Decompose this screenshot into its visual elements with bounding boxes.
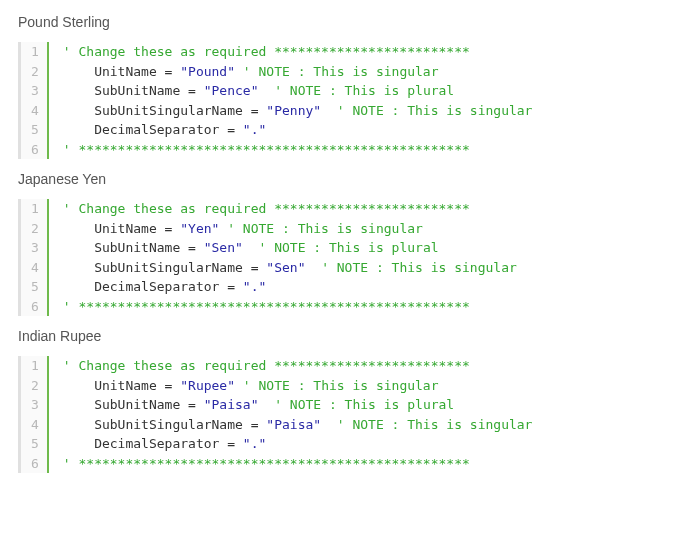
line-number: 3 [31, 395, 39, 415]
token-string: "Sen" [266, 260, 321, 275]
token-op: = [251, 260, 267, 275]
token-string: "." [243, 122, 266, 137]
code-section: Japanese Yen123456' Change these as requ… [18, 171, 656, 316]
code-line: SubUnitName = "Sen" ' NOTE : This is plu… [63, 238, 517, 258]
line-number: 2 [31, 219, 39, 239]
token-string: "Paisa" [266, 417, 336, 432]
token-identifier: SubUnitSingularName [63, 260, 251, 275]
token-comment: ' NOTE : This is singular [227, 221, 423, 236]
token-comment: ' NOTE : This is singular [243, 378, 439, 393]
code-line: SubUnitSingularName = "Penny" ' NOTE : T… [63, 101, 533, 121]
token-op: = [165, 378, 181, 393]
token-op: = [227, 279, 243, 294]
token-op: = [188, 240, 204, 255]
code-line: DecimalSeparator = "." [63, 120, 533, 140]
line-number: 4 [31, 258, 39, 278]
line-number-gutter: 123456 [21, 42, 49, 159]
code-line: SubUnitSingularName = "Sen" ' NOTE : Thi… [63, 258, 517, 278]
token-comment: ' NOTE : This is singular [337, 103, 533, 118]
line-number-gutter: 123456 [21, 199, 49, 316]
line-number: 6 [31, 140, 39, 160]
code-section: Pound Sterling123456' Change these as re… [18, 14, 656, 159]
line-number: 6 [31, 297, 39, 317]
token-comment: ' **************************************… [63, 456, 470, 471]
token-comment: ' NOTE : This is singular [321, 260, 517, 275]
line-number: 4 [31, 415, 39, 435]
code-block: 123456' Change these as required *******… [18, 42, 656, 159]
token-comment: ' NOTE : This is plural [259, 240, 439, 255]
code-line: UnitName = "Yen" ' NOTE : This is singul… [63, 219, 517, 239]
token-identifier: UnitName [63, 64, 165, 79]
token-string: "Sen" [204, 240, 259, 255]
token-op: = [251, 103, 267, 118]
line-number: 2 [31, 62, 39, 82]
token-comment: ' Change these as required *************… [63, 201, 470, 216]
token-string: "Paisa" [204, 397, 274, 412]
token-identifier: SubUnitName [63, 83, 188, 98]
token-comment: ' NOTE : This is plural [274, 397, 454, 412]
line-number: 5 [31, 277, 39, 297]
token-op: = [165, 64, 181, 79]
code-line: UnitName = "Rupee" ' NOTE : This is sing… [63, 376, 533, 396]
token-op: = [227, 122, 243, 137]
line-number: 1 [31, 356, 39, 376]
token-identifier: DecimalSeparator [63, 279, 227, 294]
token-string: "Pence" [204, 83, 274, 98]
token-comment: ' NOTE : This is plural [274, 83, 454, 98]
token-identifier: SubUnitSingularName [63, 103, 251, 118]
code-line: ' **************************************… [63, 454, 533, 474]
token-comment: ' Change these as required *************… [63, 44, 470, 59]
section-title: Indian Rupee [18, 328, 656, 344]
token-identifier: SubUnitSingularName [63, 417, 251, 432]
line-number: 5 [31, 434, 39, 454]
code-line: ' **************************************… [63, 140, 533, 160]
code-block: 123456' Change these as required *******… [18, 356, 656, 473]
line-number: 1 [31, 42, 39, 62]
code-line: SubUnitName = "Paisa" ' NOTE : This is p… [63, 395, 533, 415]
line-number: 2 [31, 376, 39, 396]
line-number: 4 [31, 101, 39, 121]
token-string: "." [243, 279, 266, 294]
code-line: ' Change these as required *************… [63, 42, 533, 62]
line-number: 3 [31, 238, 39, 258]
code-block: 123456' Change these as required *******… [18, 199, 656, 316]
line-number: 1 [31, 199, 39, 219]
code-line: ' **************************************… [63, 297, 517, 317]
code-line: SubUnitName = "Pence" ' NOTE : This is p… [63, 81, 533, 101]
code-line: DecimalSeparator = "." [63, 434, 533, 454]
token-string: "Penny" [266, 103, 336, 118]
token-op: = [188, 83, 204, 98]
token-identifier: SubUnitName [63, 240, 188, 255]
code-line: UnitName = "Pound" ' NOTE : This is sing… [63, 62, 533, 82]
token-comment: ' NOTE : This is singular [243, 64, 439, 79]
token-comment: ' **************************************… [63, 142, 470, 157]
code-content: ' Change these as required *************… [49, 356, 533, 473]
token-string: "Yen" [180, 221, 227, 236]
token-op: = [227, 436, 243, 451]
token-op: = [188, 397, 204, 412]
code-content: ' Change these as required *************… [49, 199, 517, 316]
line-number-gutter: 123456 [21, 356, 49, 473]
token-string: "Pound" [180, 64, 243, 79]
token-op: = [165, 221, 181, 236]
token-identifier: UnitName [63, 221, 165, 236]
token-identifier: SubUnitName [63, 397, 188, 412]
line-number: 3 [31, 81, 39, 101]
section-title: Japanese Yen [18, 171, 656, 187]
token-identifier: UnitName [63, 378, 165, 393]
token-identifier: DecimalSeparator [63, 122, 227, 137]
section-title: Pound Sterling [18, 14, 656, 30]
line-number: 6 [31, 454, 39, 474]
token-comment: ' Change these as required *************… [63, 358, 470, 373]
token-comment: ' NOTE : This is singular [337, 417, 533, 432]
code-line: ' Change these as required *************… [63, 199, 517, 219]
code-line: DecimalSeparator = "." [63, 277, 517, 297]
token-op: = [251, 417, 267, 432]
token-string: "Rupee" [180, 378, 243, 393]
token-string: "." [243, 436, 266, 451]
code-content: ' Change these as required *************… [49, 42, 533, 159]
token-identifier: DecimalSeparator [63, 436, 227, 451]
code-line: ' Change these as required *************… [63, 356, 533, 376]
code-line: SubUnitSingularName = "Paisa" ' NOTE : T… [63, 415, 533, 435]
token-comment: ' **************************************… [63, 299, 470, 314]
